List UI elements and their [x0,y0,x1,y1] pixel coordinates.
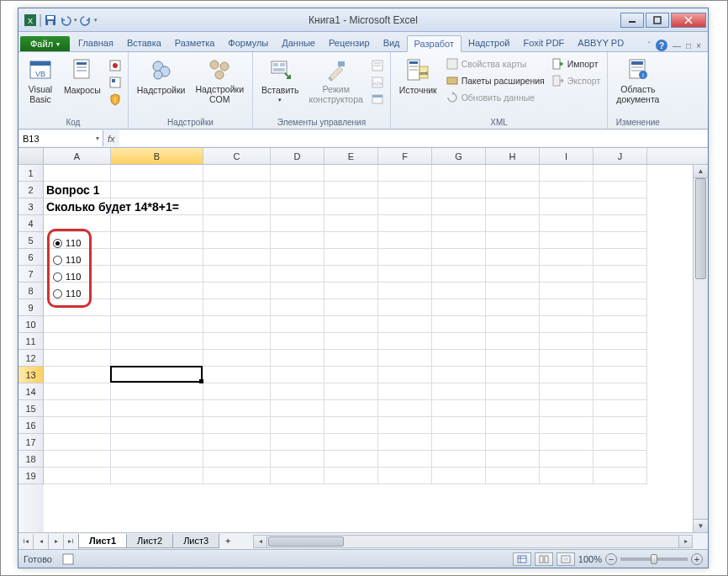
cell[interactable] [593,383,647,400]
design-mode-button[interactable]: Режим конструктора [306,55,367,106]
addins-button[interactable]: Надстройки [134,55,189,97]
cell[interactable] [540,165,593,182]
column-header[interactable]: C [203,148,271,164]
cell[interactable] [378,232,432,249]
zoom-level[interactable]: 100% [578,554,602,564]
cell[interactable] [486,383,540,400]
cell[interactable] [540,434,593,451]
cell[interactable] [324,182,378,198]
radio-option[interactable]: 110 [53,268,81,285]
cell[interactable] [432,249,486,266]
cell[interactable] [432,299,486,316]
cell[interactable] [593,283,647,299]
sheet-tab[interactable]: Лист3 [172,534,219,548]
cell[interactable] [203,215,271,232]
cell[interactable] [432,350,486,367]
cell[interactable] [593,182,647,198]
cell[interactable] [432,333,486,350]
fx-icon[interactable]: fx [108,134,115,144]
cell[interactable] [111,266,203,283]
undo-icon[interactable] [59,13,72,27]
row-header[interactable]: 5 [18,232,44,249]
tab-abbyy pd[interactable]: ABBYY PD [571,35,630,51]
cell[interactable] [540,367,593,383]
cell[interactable] [540,266,593,283]
macros-button[interactable]: Макросы [61,55,104,97]
cell[interactable] [540,451,593,468]
cell[interactable] [111,468,203,484]
close-button[interactable] [671,13,706,28]
cell[interactable] [432,367,486,383]
column-header[interactable]: I [540,148,593,164]
cell[interactable] [432,283,486,299]
zoom-out-button[interactable]: − [605,553,617,565]
xml-source-button[interactable]: xml Источник [396,55,440,97]
column-header[interactable]: E [324,148,378,164]
cell[interactable] [324,249,378,266]
cell[interactable] [271,182,324,198]
cell[interactable] [540,333,593,350]
cell[interactable] [44,198,111,215]
cell[interactable] [271,468,324,484]
cell[interactable] [271,198,324,215]
redo-icon[interactable] [79,13,92,27]
cell[interactable] [324,434,378,451]
cell[interactable] [486,350,540,367]
cell[interactable] [593,165,647,182]
import-button[interactable]: Импорт [550,56,602,71]
cell[interactable] [378,182,432,198]
cell[interactable] [378,299,432,316]
cell[interactable] [540,417,593,434]
row-header[interactable]: 1 [18,165,44,182]
sheet-nav-prev[interactable]: ◂ [34,534,49,549]
cell[interactable] [432,417,486,434]
cell[interactable] [271,383,324,400]
row-header[interactable]: 3 [18,198,44,215]
cell[interactable] [111,165,203,182]
view-layout-button[interactable] [535,552,553,566]
cell[interactable] [203,434,271,451]
cell[interactable] [593,350,647,367]
tab-foxit pdf[interactable]: Foxit PDF [516,35,571,51]
cell[interactable] [111,215,203,232]
cell[interactable] [203,350,271,367]
tab-надстрой[interactable]: Надстрой [462,35,516,51]
cell[interactable] [540,232,593,249]
vscroll-thumb[interactable] [695,178,706,279]
undo-dropdown-icon[interactable]: ▾ [74,17,77,24]
zoom-in-button[interactable]: + [691,553,703,565]
cell[interactable] [271,249,324,266]
cell[interactable] [593,198,647,215]
tab-главная[interactable]: Главная [71,35,120,51]
cell[interactable] [271,367,324,383]
cell[interactable] [593,417,647,434]
cell[interactable] [593,333,647,350]
cell[interactable] [111,283,203,299]
tab-рецензир[interactable]: Рецензир [322,35,377,51]
cell[interactable] [432,400,486,417]
cell[interactable] [324,283,378,299]
scroll-left-icon[interactable]: ◂ [254,536,267,547]
cell[interactable] [486,451,540,468]
cell[interactable] [271,434,324,451]
ribbon-minimize-icon[interactable]: ˇ [648,41,651,50]
insert-control-button[interactable]: Вставить▾ [258,55,303,105]
cell[interactable] [324,333,378,350]
cell[interactable] [111,451,203,468]
row-header[interactable]: 2 [18,182,44,198]
cell[interactable] [324,400,378,417]
cell[interactable] [378,383,432,400]
cell[interactable] [540,400,593,417]
cell[interactable] [486,434,540,451]
cell[interactable] [540,198,593,215]
cell[interactable] [324,350,378,367]
cell[interactable] [44,451,111,468]
cell[interactable] [593,232,647,249]
sheet-nav-next[interactable]: ▸ [49,534,64,549]
cell[interactable] [378,468,432,484]
cell[interactable] [486,367,540,383]
cell[interactable] [324,266,378,283]
row-header[interactable]: 14 [18,383,44,400]
row-header[interactable]: 16 [18,417,44,434]
sheet-nav-last[interactable]: ▸I [64,534,79,549]
